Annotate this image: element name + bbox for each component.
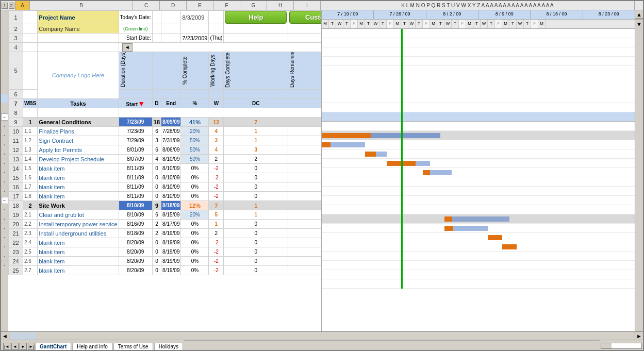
task-12[interactable]: Apply for Permits [38, 145, 119, 155]
dr-14: 0 [288, 164, 321, 173]
tab-termsofuse[interactable]: Terms of Use [113, 343, 153, 350]
scroll-left-btn[interactable]: ◄ [122, 43, 133, 52]
outline-dot-11: · [1, 131, 8, 140]
cell-a6[interactable] [23, 90, 38, 99]
outline-section2[interactable]: − [1, 196, 8, 205]
task-24[interactable]: blank item [38, 257, 119, 266]
cell-dc-header: Days Complete [224, 52, 288, 90]
end-24: 8/19/09 [161, 257, 181, 266]
outline-2[interactable]: 2 [9, 3, 14, 9]
task-19[interactable]: Clear and grub lot [38, 210, 119, 220]
cell-c1[interactable]: Today's Date: [119, 11, 152, 24]
task-16[interactable]: blank item [38, 182, 119, 192]
day-F5: F [495, 20, 502, 28]
cell-h2 [224, 24, 288, 34]
task-15[interactable]: blank item [38, 173, 119, 182]
gantt-row-r4 [322, 57, 635, 66]
pct-20: 0% [181, 220, 209, 229]
col-header-klm[interactable]: K L M N O P Q R S T U V W X Y Z A A A A … [321, 1, 635, 10]
scrollbar-h-thumb[interactable] [10, 332, 36, 340]
gantt-row-22 [322, 252, 635, 261]
tab-nav-next[interactable]: ► [20, 343, 27, 350]
cell-f3[interactable]: 7/23/2009 [181, 34, 209, 43]
scrollbar-up-btn[interactable]: ▲ [635, 10, 643, 19]
table-row: 2 Company Name (Green line) [9, 24, 322, 34]
day-W6: W [517, 20, 524, 28]
col-header-g[interactable]: G [240, 1, 267, 10]
cell-a4[interactable] [23, 43, 38, 52]
outline-buttons[interactable]: 1 2 [1, 1, 15, 10]
start-sort-arrow[interactable]: ▼ [138, 99, 145, 108]
task-25[interactable]: blank item [38, 266, 119, 275]
task-10[interactable]: Finalize Plans [38, 127, 119, 136]
col-header-a[interactable]: A [15, 1, 30, 10]
pct-17: 0% [181, 192, 209, 201]
start-9[interactable]: 7/23/09 [119, 118, 152, 127]
cell-b3[interactable] [38, 34, 119, 43]
col-header-c[interactable]: C [133, 1, 160, 10]
cell-a2[interactable] [23, 24, 38, 34]
start-18[interactable]: 8/10/09 [119, 201, 152, 210]
cell-company-name[interactable]: Company Name [38, 24, 119, 34]
cell-a1[interactable] [23, 11, 38, 24]
task-23[interactable]: blank item [38, 247, 119, 257]
h-scroll-indicator[interactable] [601, 343, 642, 349]
cell-dur-header: Duration (Days) [119, 52, 152, 90]
collapse-btn-2[interactable]: − [1, 197, 8, 204]
horizontal-scrollbar[interactable]: ◄ ► [1, 331, 643, 340]
col-header-h[interactable]: H [267, 1, 294, 10]
cell-b8[interactable] [38, 108, 119, 118]
tab-nav-first[interactable]: |◄ [3, 343, 10, 350]
cell-a3[interactable] [23, 34, 38, 43]
day-T1: T [329, 20, 336, 28]
task-22[interactable]: blank item [38, 238, 119, 247]
col-header-d[interactable]: D [160, 1, 187, 10]
cell-i1: Customize this Form [288, 11, 321, 24]
collapse-btn-1[interactable]: − [1, 113, 8, 121]
customize-button[interactable]: Customize this Form [289, 11, 321, 24]
tab-ganttchart[interactable]: GanttChart [35, 343, 71, 350]
cell-project-name[interactable]: Project Name [38, 11, 119, 24]
pct-24: 0% [181, 257, 209, 266]
outline-dot-20: · [1, 214, 8, 224]
outline-1[interactable]: 1 [2, 3, 7, 9]
tab-nav-prev[interactable]: ◄ [11, 343, 19, 350]
wd-19: 5 [209, 210, 224, 220]
task-14[interactable]: blank item [38, 164, 119, 173]
dc-13: 2 [224, 155, 288, 164]
task-20[interactable]: Install temporary power service [38, 220, 119, 229]
vertical-scrollbar[interactable]: ▲ ▼ [635, 10, 643, 331]
scrollbar-left-btn[interactable]: ◄ [1, 332, 9, 340]
cell-g2 [209, 24, 224, 34]
tab-helpinfo[interactable]: Help and Info [72, 343, 112, 350]
end-23: 8/19/09 [161, 247, 181, 257]
tab-nav-last[interactable]: ►| [28, 343, 35, 350]
day-T10: T [488, 20, 495, 28]
cell-f1[interactable]: 8/3/2009 [181, 11, 209, 24]
col-header-f[interactable]: F [213, 1, 240, 10]
col-header-row: 1 2 A B C D E F G H I K L M N O P Q R S … [1, 1, 643, 10]
task-17[interactable]: blank item [38, 192, 119, 201]
end-9[interactable]: 8/09/09 [161, 118, 181, 127]
cell-d2 [152, 24, 161, 34]
col-header-b[interactable]: B [30, 1, 133, 10]
task-11[interactable]: Sign Contract [38, 136, 119, 145]
gantt-week-headers: 7 / 19 / 09 7 / 26 / 09 8 / 2 / 09 8 / 9… [322, 10, 635, 20]
col-header-i[interactable]: I [294, 1, 321, 10]
col-header-e[interactable]: E [187, 1, 213, 10]
outline-section1[interactable]: − [1, 112, 8, 122]
end-18[interactable]: 8/18/09 [161, 201, 181, 210]
help-button[interactable]: Help [225, 11, 287, 24]
cell-a5[interactable] [23, 52, 38, 90]
scrollbar-right-btn[interactable]: ► [635, 332, 643, 340]
cell-a8[interactable] [23, 108, 38, 118]
task-21[interactable]: Install underground utilities [38, 229, 119, 238]
tab-holidays[interactable]: Holidays [154, 343, 183, 350]
wd-9: 12 [209, 118, 224, 127]
cell-d3 [152, 34, 161, 43]
cell-b4[interactable] [38, 43, 119, 52]
start-14: 8/11/09 [119, 164, 152, 173]
task-13[interactable]: Develop Project Schedule [38, 155, 119, 164]
outline-logo [1, 47, 8, 85]
scrollbar-down-btn[interactable]: ▼ [635, 20, 643, 28]
